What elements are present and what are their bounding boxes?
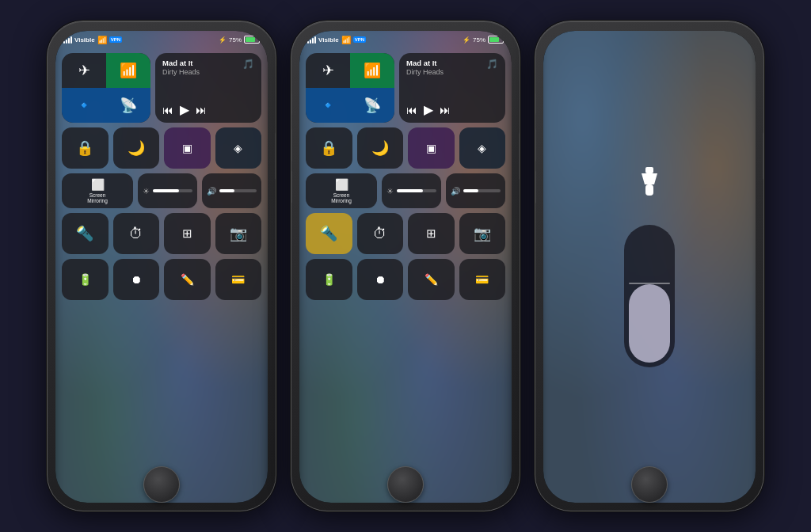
do-not-disturb-btn-1[interactable]: 🌙 (113, 127, 160, 169)
music-title-2: Mad at It (406, 59, 444, 68)
phone-3 (535, 21, 764, 511)
battery-icon-1 (244, 36, 260, 44)
connectivity-block-1: ✈ 📶 🔹 📡 (62, 53, 150, 123)
torch-btn-1[interactable]: 🔦 (62, 213, 109, 254)
status-bar-1: Visible 📶 VPN ⚡ 75% (55, 31, 268, 48)
screen-mirror-btn-2[interactable]: ⬜ ScreenMirroring (306, 173, 377, 208)
calculator-btn-2[interactable]: ⊞ (408, 213, 455, 254)
camera-btn-1[interactable]: 📷 (215, 213, 262, 254)
cc-row-3: ⬜ ScreenMirroring ☀ 🔊 (62, 173, 261, 208)
airplane-mode-btn-2[interactable]: ✈ (306, 53, 350, 88)
vpn-badge-2: VPN (353, 36, 366, 43)
wifi-icon-1: 📶 (97, 36, 107, 44)
signal-icon-1 (63, 36, 72, 44)
cc-row-2a: ✈ 📶 🔹 📡 Mad at It Dirty Heads 🎵 (306, 53, 505, 123)
svg-rect-0 (645, 167, 653, 173)
brightness-slider-1[interactable]: ☀ (138, 173, 197, 208)
power-button-1[interactable] (275, 132, 276, 180)
cellular-toggle-1[interactable]: 📡 (106, 88, 150, 123)
volume-slider-1[interactable]: 🔊 (202, 173, 261, 208)
torch-slider-divider-3 (629, 283, 670, 284)
screen-mirror-label-2: ScreenMirroring (331, 192, 352, 203)
screen-mirror-label-1: ScreenMirroring (87, 192, 108, 203)
power-button-3[interactable] (763, 132, 764, 180)
battery-widget-btn-2[interactable]: 🔋 (306, 259, 352, 300)
bluetooth-toggle-1[interactable]: 🔹 (62, 88, 106, 123)
display-3 (543, 31, 756, 503)
volume-slider-2[interactable]: 🔊 (446, 173, 505, 208)
torch-btn-2[interactable]: 🔦 (306, 213, 352, 254)
camera-btn-2[interactable]: 📷 (459, 213, 506, 254)
cellular-toggle-2[interactable]: 📡 (350, 88, 394, 123)
battery-pct-1: 75% (229, 36, 242, 44)
shortcuts-btn-1[interactable]: ▣ (164, 127, 211, 169)
play-btn-1[interactable]: ▶ (180, 102, 189, 117)
brightness-slider-2[interactable]: ☀ (382, 173, 441, 208)
brightness-icon-2: ☀ (386, 187, 394, 196)
music-controls-2: ⏮ ▶ ⏭ (406, 102, 498, 117)
wifi-toggle-2[interactable]: 📶 (350, 53, 394, 88)
screen-2: Visible 📶 VPN ⚡ 75% ✈ 📶 (299, 31, 512, 503)
power-button-2[interactable] (519, 132, 520, 180)
mute-button-3[interactable] (535, 93, 536, 115)
wifi-toggle-1[interactable]: 📶 (106, 53, 150, 88)
mute-button-2[interactable] (291, 93, 292, 115)
screen-mirror-icon-1: ⬜ (91, 178, 105, 191)
display-1: Visible 📶 VPN ⚡ 75% ✈ (55, 31, 268, 503)
screen-mirror-btn-1[interactable]: ⬜ ScreenMirroring (62, 173, 133, 208)
play-btn-2[interactable]: ▶ (424, 102, 433, 117)
svg-marker-1 (642, 173, 657, 184)
volume-down-1[interactable] (47, 170, 48, 203)
volume-down-2[interactable] (291, 170, 292, 203)
signal-icon-2 (307, 36, 316, 44)
music-top-2: Mad at It Dirty Heads 🎵 (406, 59, 498, 76)
battery-widget-btn-1[interactable]: 🔋 (62, 259, 109, 300)
music-block-2: Mad at It Dirty Heads 🎵 ⏮ ▶ ⏭ (399, 53, 505, 123)
timer-btn-1[interactable]: ⏱ (113, 213, 160, 254)
calculator-btn-1[interactable]: ⊞ (164, 213, 211, 254)
shortcuts-btn-2[interactable]: ▣ (408, 127, 455, 169)
volume-up-3[interactable] (535, 128, 536, 162)
next-btn-1[interactable]: ⏭ (196, 104, 207, 116)
wifi-icon-2: 📶 (341, 36, 351, 44)
voice-memo-btn-2[interactable]: ⏺ (357, 259, 404, 300)
prev-btn-1[interactable]: ⏮ (162, 104, 173, 116)
home-button-3[interactable] (631, 466, 668, 503)
music-controls-1: ⏮ ▶ ⏭ (162, 102, 254, 117)
brightness-fill-1 (153, 189, 179, 192)
volume-up-2[interactable] (291, 128, 292, 162)
orientation-lock-btn-1[interactable]: 🔒 (62, 127, 109, 169)
edit-btn-2[interactable]: ✏️ (408, 259, 455, 300)
orientation-lock-btn-2[interactable]: 🔒 (306, 127, 352, 169)
volume-down-3[interactable] (535, 170, 536, 203)
voice-memo-btn-1[interactable]: ⏺ (113, 259, 160, 300)
charging-icon-2: ⚡ (463, 36, 470, 44)
wallet-btn-1[interactable]: 💳 (215, 259, 262, 300)
bluetooth-toggle-2[interactable]: 🔹 (306, 88, 350, 123)
next-btn-2[interactable]: ⏭ (440, 104, 451, 116)
volume-icon-1: 🔊 (207, 187, 216, 196)
torch-slider-3[interactable] (624, 225, 675, 367)
music-block-1: Mad at It Dirty Heads 🎵 ⏮ ▶ ⏭ (155, 53, 261, 123)
screen-1: Visible 📶 VPN ⚡ 75% ✈ (55, 31, 268, 503)
edit-btn-1[interactable]: ✏️ (164, 259, 211, 300)
control-center-2: ✈ 📶 🔹 📡 Mad at It Dirty Heads 🎵 (299, 48, 512, 503)
torch-overlay-3 (543, 31, 756, 503)
airplane-mode-btn-1[interactable]: ✈ (62, 53, 106, 88)
prev-btn-2[interactable]: ⏮ (406, 104, 417, 116)
cc-row-5b: 🔋 ⏺ ✏️ 💳 (306, 259, 505, 300)
wallet-btn-2[interactable]: 💳 (459, 259, 506, 300)
volume-track-2 (463, 189, 501, 192)
timer-btn-2[interactable]: ⏱ (357, 213, 404, 254)
music-service-icon-2: 🎵 (486, 59, 498, 70)
extra-btn-1[interactable]: ◈ (215, 127, 262, 169)
volume-fill-2 (463, 189, 478, 192)
control-center-1: ✈ 📶 🔹 📡 Mad at It Dirty Heads 🎵 (55, 48, 268, 503)
volume-up-1[interactable] (47, 128, 48, 162)
mute-button-1[interactable] (47, 93, 48, 115)
extra-btn-2[interactable]: ◈ (459, 127, 506, 169)
volume-track-1 (219, 189, 257, 192)
do-not-disturb-btn-2[interactable]: 🌙 (357, 127, 404, 169)
cc-row-1: ✈ 📶 🔹 📡 Mad at It Dirty Heads 🎵 (62, 53, 261, 123)
battery-fill-1 (246, 37, 255, 42)
